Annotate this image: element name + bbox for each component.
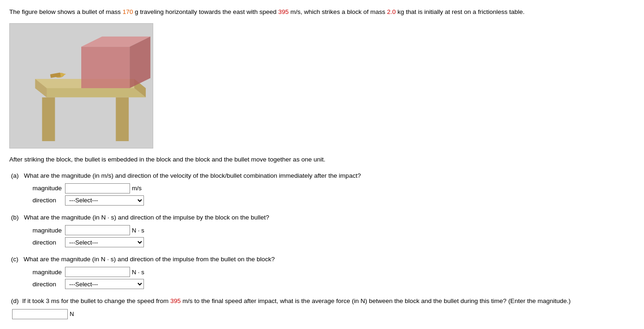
direction-label-c: direction	[33, 281, 65, 288]
question-d-speed: 395	[170, 297, 181, 304]
direction-label-b: direction	[33, 239, 65, 246]
question-c-text: What are the magnitude (in N · s) and di…	[24, 256, 275, 263]
intro-paragraph: The figure below shows a bullet of mass …	[9, 7, 635, 17]
block-mass: 2.0	[387, 8, 396, 15]
intro-text-before: The figure below shows a bullet of mass	[9, 8, 123, 15]
direction-select-wrapper-b: ---Select--- east west north south	[65, 237, 144, 247]
magnitude-unit-b: N · s	[132, 227, 144, 234]
question-a-label: (a) What are the magnitude (in m/s) and …	[9, 171, 635, 181]
svg-rect-4	[116, 97, 129, 141]
direction-label-a: direction	[33, 197, 65, 204]
question-b-label: (b) What are the magnitude (in N · s) an…	[9, 213, 635, 222]
intro-text-end: kg that is initially at rest on a fricti…	[396, 8, 525, 15]
question-d-label: (d) If it took 3 ms for the bullet to ch…	[9, 297, 635, 306]
direction-select-c[interactable]: ---Select--- east west north south	[65, 279, 144, 289]
question-d-letter: (d)	[11, 297, 19, 304]
question-c-label: (c) What are the magnitude (in N · s) an…	[9, 255, 635, 264]
direction-select-b[interactable]: ---Select--- east west north south	[65, 237, 144, 247]
unit-d: N	[70, 310, 74, 317]
magnitude-label-a: magnitude	[33, 185, 65, 192]
figure-box	[9, 23, 153, 148]
bullet-speed: 395	[278, 8, 289, 15]
question-d-text-after: m/s to the final speed after impact, wha…	[181, 297, 571, 304]
svg-rect-7	[81, 47, 130, 88]
question-d-text-before: If it took 3 ms for the bullet to change…	[22, 297, 170, 304]
question-b-magnitude-row: magnitude N · s	[33, 225, 635, 235]
question-d-section: (d) If it took 3 ms for the bullet to ch…	[9, 297, 635, 319]
after-text: After striking the block, the bullet is …	[9, 155, 635, 164]
question-b-text: What are the magnitude (in N · s) and di…	[24, 214, 269, 221]
question-a-letter: (a)	[11, 172, 19, 179]
intro-text-mid1: g traveling horizontally towards the eas…	[133, 8, 278, 15]
question-c-direction-row: direction ---Select--- east west north s…	[33, 279, 635, 289]
question-d-input-row: N	[12, 309, 635, 319]
question-c-magnitude-row: magnitude N · s	[33, 267, 635, 277]
magnitude-input-b[interactable]	[65, 225, 130, 235]
magnitude-input-c[interactable]	[65, 267, 130, 277]
bullet-mass: 170	[123, 8, 133, 15]
scene-svg	[10, 24, 153, 148]
magnitude-unit-c: N · s	[132, 269, 144, 276]
figure-container	[9, 23, 635, 148]
svg-marker-1	[35, 88, 146, 97]
question-b-letter: (b)	[11, 214, 19, 221]
direction-select-a[interactable]: ---Select--- east west north south	[65, 195, 144, 206]
magnitude-label-b: magnitude	[33, 227, 65, 234]
magnitude-unit-a: m/s	[132, 185, 142, 192]
svg-rect-3	[42, 97, 55, 141]
question-b-direction-row: direction ---Select--- east west north s…	[33, 237, 635, 247]
answer-input-d[interactable]	[12, 309, 68, 319]
question-b-section: (b) What are the magnitude (in N · s) an…	[9, 213, 635, 247]
question-a-direction-row: direction ---Select--- east west north s…	[33, 195, 635, 206]
question-a-section: (a) What are the magnitude (in m/s) and …	[9, 171, 635, 206]
question-c-section: (c) What are the magnitude (in N · s) an…	[9, 255, 635, 289]
question-c-letter: (c)	[11, 256, 19, 263]
question-a-text: What are the magnitude (in m/s) and dire…	[24, 172, 361, 179]
magnitude-input-a[interactable]	[65, 183, 130, 194]
direction-select-wrapper-a: ---Select--- east west north south	[65, 195, 144, 206]
magnitude-label-c: magnitude	[33, 269, 65, 276]
question-a-magnitude-row: magnitude m/s	[33, 183, 635, 194]
intro-text-mid2: m/s, which strikes a block of mass	[289, 8, 387, 15]
direction-select-wrapper-c: ---Select--- east west north south	[65, 279, 144, 289]
